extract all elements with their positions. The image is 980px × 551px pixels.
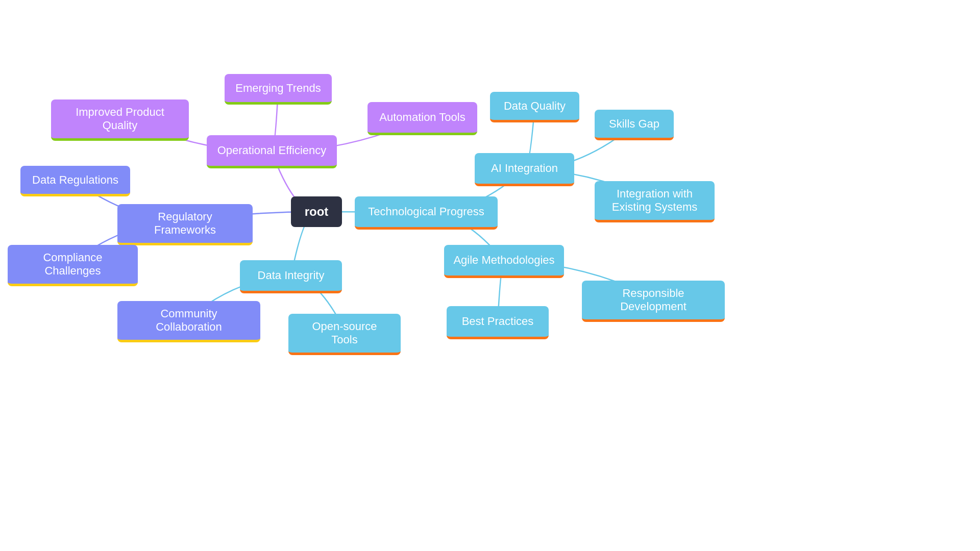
node-automation_tools[interactable]: Automation Tools xyxy=(368,102,477,135)
node-open_source_tools[interactable]: Open-source Tools xyxy=(288,314,401,355)
node-skills_gap[interactable]: Skills Gap xyxy=(595,110,674,140)
node-root[interactable]: root xyxy=(291,196,342,227)
node-data_integrity[interactable]: Data Integrity xyxy=(240,260,342,293)
mind-map-container: rootOperational EfficiencyEmerging Trend… xyxy=(0,0,980,551)
node-agile_methodologies[interactable]: Agile Methodologies xyxy=(444,245,564,278)
node-emerging_trends[interactable]: Emerging Trends xyxy=(225,74,332,105)
node-integration_existing[interactable]: Integration with Existing Systems xyxy=(595,181,715,222)
node-operational_efficiency[interactable]: Operational Efficiency xyxy=(207,135,337,168)
node-compliance_challenges[interactable]: Compliance Challenges xyxy=(8,245,138,286)
node-responsible_development[interactable]: Responsible Development xyxy=(582,281,725,322)
node-best_practices[interactable]: Best Practices xyxy=(447,306,549,339)
node-technological_progress[interactable]: Technological Progress xyxy=(355,196,498,230)
node-community_collaboration[interactable]: Community Collaboration xyxy=(117,301,260,342)
node-data_quality[interactable]: Data Quality xyxy=(490,92,579,122)
node-regulatory_frameworks[interactable]: Regulatory Frameworks xyxy=(117,204,253,245)
node-ai_integration[interactable]: AI Integration xyxy=(475,153,574,186)
node-data_regulations[interactable]: Data Regulations xyxy=(20,166,130,196)
node-improved_product_quality[interactable]: Improved Product Quality xyxy=(51,99,189,141)
